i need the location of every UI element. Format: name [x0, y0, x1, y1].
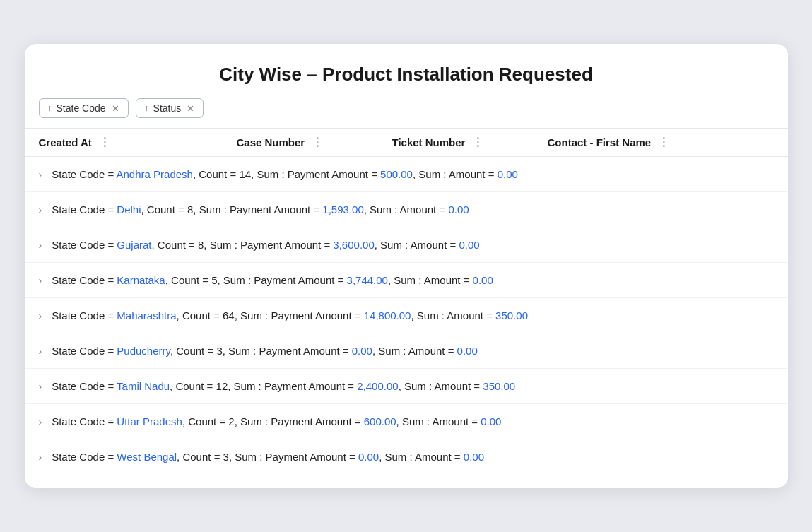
table-header: Created At ⋮ Case Number ⋮ Ticket Number… — [25, 129, 788, 157]
column-header-0: Created At ⋮ — [39, 136, 237, 149]
table-row[interactable]: › State Code = Delhi, Count = 8, Sum : P… — [25, 192, 788, 227]
remove-filter-icon[interactable]: ✕ — [112, 103, 119, 114]
column-header-2: Ticket Number ⋮ — [392, 136, 548, 149]
row-content: State Code = Tamil Nadu, Count = 12, Sum… — [52, 380, 773, 392]
table-row[interactable]: › State Code = West Bengal, Count = 3, S… — [25, 439, 788, 474]
column-menu-icon[interactable]: ⋮ — [312, 136, 323, 149]
expand-row-icon[interactable]: › — [39, 169, 42, 180]
page-title: City Wise – Product Installation Request… — [25, 44, 788, 98]
row-content: State Code = Uttar Pradesh, Count = 2, S… — [52, 415, 773, 427]
main-card: City Wise – Product Installation Request… — [25, 44, 788, 488]
row-content: State Code = Maharashtra, Count = 64, Su… — [52, 309, 773, 321]
row-content: State Code = West Bengal, Count = 3, Sum… — [52, 451, 773, 463]
column-label: Ticket Number — [392, 136, 466, 148]
table-row[interactable]: › State Code = Uttar Pradesh, Count = 2,… — [25, 404, 788, 439]
table-row[interactable]: › State Code = Puducherry, Count = 3, Su… — [25, 333, 788, 369]
column-header-1: Case Number ⋮ — [237, 136, 392, 149]
sort-arrow-icon: ↑ — [48, 103, 52, 113]
expand-row-icon[interactable]: › — [39, 416, 42, 427]
table-row[interactable]: › State Code = Gujarat, Count = 8, Sum :… — [25, 227, 788, 263]
filter-state-code[interactable]: ↑ State Code ✕ — [39, 98, 129, 118]
expand-row-icon[interactable]: › — [39, 381, 42, 392]
table-row[interactable]: › State Code = Andhra Pradesh, Count = 1… — [25, 157, 788, 192]
column-label: Contact - First Name — [548, 136, 652, 148]
column-label: Case Number — [237, 136, 305, 148]
sort-arrow-icon: ↑ — [145, 103, 149, 113]
column-label: Created At — [39, 136, 92, 148]
remove-filter-icon[interactable]: ✕ — [187, 103, 194, 114]
row-content: State Code = Puducherry, Count = 3, Sum … — [52, 345, 773, 357]
table-row[interactable]: › State Code = Maharashtra, Count = 64, … — [25, 298, 788, 333]
expand-row-icon[interactable]: › — [39, 345, 42, 357]
data-rows: › State Code = Andhra Pradesh, Count = 1… — [25, 157, 788, 474]
column-menu-icon[interactable]: ⋮ — [472, 136, 483, 149]
row-content: State Code = Gujarat, Count = 8, Sum : P… — [52, 239, 773, 251]
column-menu-icon[interactable]: ⋮ — [658, 136, 669, 149]
row-content: State Code = Delhi, Count = 8, Sum : Pay… — [52, 203, 773, 215]
expand-row-icon[interactable]: › — [39, 204, 42, 215]
expand-row-icon[interactable]: › — [39, 275, 42, 286]
filter-status[interactable]: ↑ Status ✕ — [136, 98, 204, 118]
expand-row-icon[interactable]: › — [39, 310, 42, 321]
table-row[interactable]: › State Code = Karnataka, Count = 5, Sum… — [25, 263, 788, 298]
filter-label: State Code — [57, 102, 106, 114]
filter-bar: ↑ State Code ✕ ↑ Status ✕ — [25, 98, 788, 129]
row-content: State Code = Karnataka, Count = 5, Sum :… — [52, 274, 773, 286]
column-header-3: Contact - First Name ⋮ — [548, 136, 774, 149]
expand-row-icon[interactable]: › — [39, 240, 42, 251]
column-menu-icon[interactable]: ⋮ — [99, 136, 110, 149]
expand-row-icon[interactable]: › — [39, 451, 42, 463]
row-content: State Code = Andhra Pradesh, Count = 14,… — [52, 168, 773, 180]
filter-label: Status — [153, 102, 182, 114]
table-row[interactable]: › State Code = Tamil Nadu, Count = 12, S… — [25, 369, 788, 404]
